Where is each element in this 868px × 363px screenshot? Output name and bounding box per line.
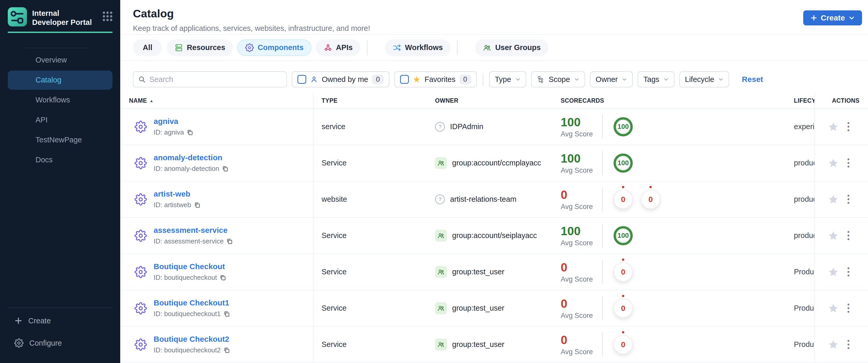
owner-cell: ? IDPAdmin — [433, 109, 557, 145]
plus-icon — [810, 14, 817, 21]
sort-asc-icon: ▲ — [150, 98, 153, 103]
reset-filters-link[interactable]: Reset — [742, 75, 763, 84]
entity-name-link[interactable]: agniva — [154, 117, 178, 125]
search-input[interactable] — [149, 75, 282, 84]
star-icon: ★ — [413, 75, 421, 84]
scorecards-cell: 0 Avg Score 0 — [557, 291, 791, 326]
sidebar-item-workflows[interactable]: Workflows — [8, 90, 113, 110]
scorecard-badge[interactable]: 0 — [641, 190, 660, 209]
copy-icon[interactable] — [219, 274, 226, 281]
lifecycle-cell: Production — [791, 327, 814, 362]
scorecard-badge[interactable]: 100 — [614, 226, 633, 245]
main-content: Catalog Keep track of applications, serv… — [120, 0, 868, 363]
scope-dropdown-label: Scope — [549, 75, 570, 84]
favorite-star-icon[interactable] — [828, 230, 839, 241]
favorite-star-icon[interactable] — [828, 121, 839, 132]
sidebar-create-label: Create — [28, 316, 51, 325]
column-header-type[interactable]: TYPE — [313, 93, 433, 109]
apps-grid-icon[interactable] — [103, 11, 113, 21]
person-icon — [310, 75, 318, 83]
component-gear-icon — [134, 230, 147, 242]
name-cell: assessment-service ID: assessment-servic… — [120, 218, 313, 253]
scope-dropdown[interactable]: Scope — [531, 71, 585, 87]
entity-id: ID: agniva — [154, 128, 184, 137]
copy-icon[interactable] — [223, 347, 230, 354]
avg-score-label: Avg Score — [561, 130, 599, 138]
component-gear-icon — [134, 121, 147, 133]
sidebar-item-catalog[interactable]: Catalog — [8, 70, 113, 90]
component-gear-icon — [134, 266, 147, 278]
sidebar: Internal Developer Portal Overview Catal… — [0, 0, 120, 363]
sidebar-create-button[interactable]: Create — [0, 311, 120, 330]
copy-icon[interactable] — [223, 311, 230, 317]
chevron-down-icon — [574, 77, 579, 82]
tab-resources[interactable]: Resources — [166, 39, 233, 56]
column-header-lifecycle[interactable]: LIFECYCLE — [791, 97, 814, 104]
tab-user-groups[interactable]: User Groups — [475, 39, 549, 56]
row-menu-kebab-icon[interactable] — [846, 157, 851, 169]
scorecard-badge[interactable]: 0 — [614, 299, 633, 318]
entity-name-link[interactable]: Boutique Checkout1 — [154, 298, 229, 307]
sidebar-item-api[interactable]: API — [8, 111, 113, 130]
favorite-star-icon[interactable] — [828, 303, 839, 314]
favorites-filter[interactable]: ★ Favorites 0 — [394, 71, 477, 87]
entity-name-link[interactable]: assessment-service — [154, 226, 227, 234]
owner-text: group:test_user — [452, 268, 504, 276]
scorecards-divider — [602, 296, 603, 320]
copy-icon[interactable] — [187, 129, 193, 136]
owned-by-me-label: Owned by me — [322, 75, 368, 84]
entity-name-link[interactable]: artist-web — [154, 189, 190, 198]
tab-all[interactable]: All — [133, 39, 162, 56]
owner-dropdown[interactable]: Owner — [590, 71, 633, 87]
user-groups-icon — [483, 43, 492, 52]
scorecard-badge[interactable]: 0 — [614, 190, 633, 209]
tab-apis[interactable]: APIs — [316, 39, 361, 56]
favorite-star-icon[interactable] — [828, 158, 839, 169]
lifecycle-cell: experimental — [791, 109, 814, 145]
scorecard-badge[interactable]: 0 — [614, 335, 633, 354]
gear-icon — [14, 338, 24, 348]
sidebar-nav-divider-top — [25, 48, 90, 48]
owned-by-me-filter[interactable]: Owned by me 0 — [292, 71, 390, 87]
scorecards-cell: 100 Avg Score 100 — [557, 145, 791, 181]
scorecards-cell: 0 Avg Score 00 — [557, 181, 791, 217]
row-menu-kebab-icon[interactable] — [846, 230, 851, 242]
column-header-owner[interactable]: OWNER — [433, 97, 557, 104]
row-menu-kebab-icon[interactable] — [846, 338, 851, 351]
entity-name-link[interactable]: Boutique Checkout2 — [154, 335, 229, 343]
scorecards-cell: 0 Avg Score 0 — [557, 254, 791, 290]
favorite-star-icon[interactable] — [828, 267, 839, 277]
row-menu-kebab-icon[interactable] — [846, 193, 851, 205]
scorecard-badge[interactable]: 100 — [614, 153, 633, 173]
scorecard-badge[interactable]: 100 — [614, 117, 633, 137]
favorites-checkbox[interactable] — [400, 75, 409, 84]
row-menu-kebab-icon[interactable] — [846, 121, 851, 133]
entity-name-link[interactable]: anomaly-detection — [154, 153, 222, 162]
sidebar-configure-button[interactable]: Configure — [0, 333, 120, 353]
favorite-star-icon[interactable] — [828, 339, 839, 350]
avg-score-value: 0 — [561, 260, 599, 274]
name-cell: artist-web ID: artistweb — [120, 181, 313, 217]
column-header-name[interactable]: NAME▲ — [120, 97, 313, 104]
tab-components[interactable]: Components — [237, 39, 311, 56]
scorecard-badge[interactable]: 0 — [614, 263, 633, 281]
favorite-star-icon[interactable] — [828, 194, 839, 205]
copy-icon[interactable] — [194, 202, 200, 209]
sidebar-item-overview[interactable]: Overview — [8, 51, 113, 70]
row-menu-kebab-icon[interactable] — [846, 302, 851, 314]
sidebar-item-docs[interactable]: Docs — [8, 150, 113, 170]
owned-by-me-checkbox[interactable] — [298, 75, 306, 84]
tags-dropdown[interactable]: Tags — [638, 71, 674, 87]
page-subtitle: Keep track of applications, services, we… — [133, 24, 370, 33]
create-button[interactable]: Create — [803, 10, 862, 25]
type-dropdown[interactable]: Type — [489, 71, 526, 87]
copy-icon[interactable] — [226, 238, 233, 245]
entity-name-link[interactable]: Boutique Checkout — [154, 262, 225, 271]
column-header-scorecards[interactable]: SCORECARDS — [557, 97, 791, 104]
row-menu-kebab-icon[interactable] — [846, 266, 851, 278]
tab-workflows[interactable]: Workflows — [385, 39, 451, 56]
copy-icon[interactable] — [222, 165, 228, 172]
lifecycle-dropdown[interactable]: Lifecycle — [679, 71, 730, 87]
plus-icon — [14, 316, 23, 325]
sidebar-item-testnewpage[interactable]: TestNewPage — [8, 130, 113, 150]
